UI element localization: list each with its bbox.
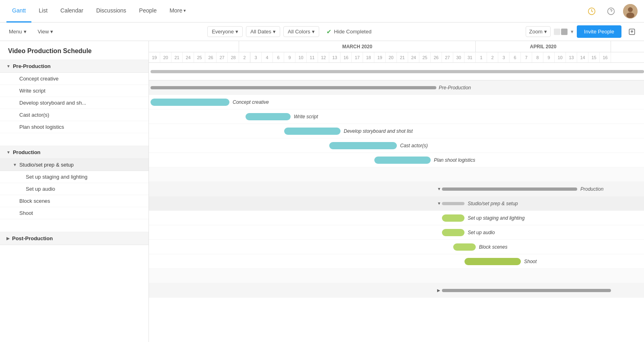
- collapse-arrow-pre-production: ▼: [6, 64, 10, 68]
- task-concept-creative[interactable]: Concept creative: [0, 73, 149, 85]
- gantt-spacer-1: [149, 167, 644, 182]
- subsection-studio-setup[interactable]: ▼ Studio/set prep & setup: [0, 159, 149, 171]
- collapse-arrow-studio: ▼: [13, 163, 17, 167]
- section-label-post-production: Post-Production: [12, 235, 53, 241]
- label-audio: Set up audio: [468, 230, 495, 235]
- task-cast-actors[interactable]: Cast actor(s): [0, 109, 149, 121]
- day-cell-mar-30: 30: [453, 52, 464, 62]
- all-dates-chevron-icon: ▾: [273, 29, 276, 35]
- day-cell-mar-17: 17: [352, 52, 363, 62]
- day-cell-mar-25: 25: [419, 52, 431, 62]
- day-cell-mar-3: 3: [250, 52, 262, 62]
- gantt-row-staging: Set up staging and lighting: [149, 211, 644, 225]
- task-label-cast: Cast actor(s): [19, 112, 49, 118]
- task-label-shoot: Shoot: [19, 210, 33, 216]
- tab-calendar[interactable]: Calendar: [55, 0, 89, 23]
- all-colors-filter[interactable]: All Colors ▾: [283, 26, 319, 37]
- task-plan-logistics[interactable]: Plan shoot logistics: [0, 121, 149, 133]
- production-collapse-arrow: ▼: [437, 187, 441, 191]
- checkmark-icon: ✔: [326, 28, 332, 35]
- task-write-script[interactable]: Write script: [0, 85, 149, 97]
- gantt-row-logistics: Plan shoot logistics: [149, 153, 644, 167]
- task-block-scenes[interactable]: Block scenes: [0, 195, 149, 207]
- everyone-filter[interactable]: Everyone ▾: [207, 26, 243, 37]
- task-staging[interactable]: Set up staging and lighting: [0, 171, 149, 183]
- label-staging: Set up staging and lighting: [468, 215, 524, 221]
- month-april: APRIL 2020: [476, 41, 611, 52]
- gantt-inner: MARCH 2020 APRIL 2020 192021242526272823…: [149, 41, 644, 298]
- day-cell-mar-16: 16: [341, 52, 352, 62]
- user-avatar[interactable]: [623, 4, 638, 19]
- all-dates-filter[interactable]: All Dates ▾: [246, 26, 280, 37]
- toolbar: Menu ▾ View ▾ Everyone ▾ All Dates ▾ All…: [0, 23, 644, 41]
- day-cell-apr-1: 1: [476, 52, 487, 62]
- gantt-row-cast: Cast actor(s): [149, 138, 644, 153]
- bar-storyboard: [284, 128, 341, 135]
- day-cell-apr-3: 3: [498, 52, 510, 62]
- day-cell-feb-24: 24: [183, 52, 194, 62]
- gantt-panel[interactable]: MARCH 2020 APRIL 2020 192021242526272823…: [149, 41, 644, 342]
- view-button[interactable]: View ▾: [34, 27, 58, 37]
- menu-chevron-icon: ▾: [24, 29, 27, 35]
- bar-studio: [442, 202, 464, 205]
- clock-icon-button[interactable]: [584, 4, 599, 19]
- color-chevron-icon[interactable]: ▾: [571, 29, 574, 35]
- task-label-block: Block scenes: [19, 198, 50, 204]
- menu-button[interactable]: Menu ▾: [5, 27, 31, 37]
- collapse-arrow-production: ▼: [6, 150, 10, 155]
- day-cell-mar-12: 12: [318, 52, 329, 62]
- bar-concept: [151, 99, 229, 106]
- hide-completed-toggle[interactable]: ✔ Hide Completed: [322, 26, 376, 37]
- tab-gantt[interactable]: Gantt: [6, 0, 31, 23]
- task-shoot[interactable]: Shoot: [0, 207, 149, 219]
- gantt-row-audio: Set up audio: [149, 225, 644, 240]
- gantt-row-production: ▼ Production: [149, 182, 644, 196]
- day-cell-mar-10: 10: [295, 52, 307, 62]
- label-block: Block scenes: [479, 244, 508, 250]
- everyone-chevron-icon: ▾: [235, 29, 238, 35]
- tab-people[interactable]: People: [134, 0, 163, 23]
- section-pre-production[interactable]: ▼ Pre-Production: [0, 60, 149, 73]
- bar-production: [442, 187, 577, 191]
- help-icon-button[interactable]: [604, 4, 618, 19]
- gantt-row-studio: ▼ Studio/set prep & setup: [149, 196, 644, 211]
- section-production[interactable]: ▼ Production: [0, 146, 149, 159]
- project-title: Video Production Schedule: [0, 41, 149, 60]
- day-cell-mar-20: 20: [386, 52, 397, 62]
- color-box-1: [554, 29, 560, 35]
- subsection-label-studio: Studio/set prep & setup: [19, 162, 74, 168]
- day-cell-mar-21: 21: [397, 52, 408, 62]
- tab-list[interactable]: List: [33, 0, 53, 23]
- day-cell-apr-16: 16: [600, 52, 611, 62]
- label-studio: Studio/set prep & setup: [468, 201, 518, 206]
- task-storyboard[interactable]: Develop storyboard and sh...: [0, 97, 149, 109]
- tab-more[interactable]: More ▾: [164, 0, 192, 23]
- day-cell-feb-26: 26: [205, 52, 217, 62]
- gantt-row-post-production: ▶: [149, 283, 644, 298]
- day-cell-mar-2: 2: [239, 52, 250, 62]
- label-storyboard: Develop storyboard and shot list: [344, 128, 413, 134]
- gantt-month-headers: MARCH 2020 APRIL 2020: [149, 41, 644, 52]
- day-cell-feb-21: 21: [171, 52, 183, 62]
- bar-pre-production: [151, 86, 436, 89]
- tab-discussions[interactable]: Discussions: [91, 0, 132, 23]
- export-icon-button[interactable]: [625, 25, 639, 39]
- day-cell-feb-20: 20: [160, 52, 171, 62]
- post-production-expand-arrow: ▶: [437, 288, 440, 293]
- label-concept: Concept creative: [233, 99, 269, 105]
- day-cell-feb-28: 28: [228, 52, 239, 62]
- day-cell-mar-31: 31: [464, 52, 476, 62]
- invite-people-button[interactable]: Invite People: [577, 25, 621, 38]
- task-label-storyboard: Develop storyboard and sh...: [19, 100, 86, 106]
- day-cell-mar-11: 11: [307, 52, 318, 62]
- gantt-row-pre-production: Pre-Production: [149, 80, 644, 95]
- gantt-row-script: Write script: [149, 109, 644, 124]
- task-audio[interactable]: Set up audio: [0, 183, 149, 195]
- day-cell-apr-6: 6: [510, 52, 521, 62]
- all-colors-chevron-icon: ▾: [312, 29, 315, 35]
- zoom-button[interactable]: Zoom ▾: [526, 26, 551, 37]
- day-cell-apr-13: 13: [566, 52, 577, 62]
- spacer-row-1: [0, 133, 149, 146]
- day-cell-mar-19: 19: [374, 52, 386, 62]
- section-post-production[interactable]: ▶ Post-Production: [0, 232, 149, 245]
